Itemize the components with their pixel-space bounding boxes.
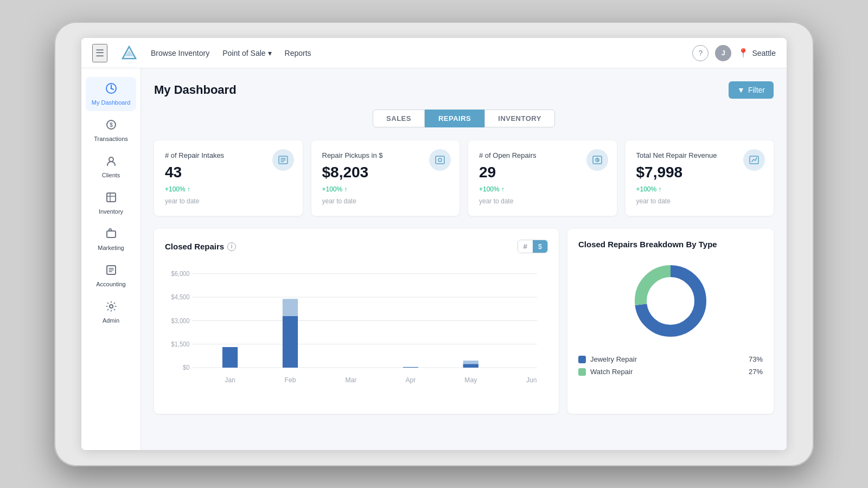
stat-ytd-1: year to date bbox=[322, 197, 449, 205]
svg-text:Feb: Feb bbox=[285, 376, 296, 384]
svg-text:Apr: Apr bbox=[405, 376, 416, 384]
toggle-hash-button[interactable]: # bbox=[518, 240, 533, 253]
tab-inventory[interactable]: INVENTORY bbox=[484, 110, 555, 127]
toggle-dollar-button[interactable]: $ bbox=[533, 240, 547, 253]
breakdown-title: Closed Repairs Breakdown By Type bbox=[578, 240, 763, 249]
svg-text:Jun: Jun bbox=[526, 376, 537, 384]
sidebar-item-accounting-label: Accounting bbox=[96, 281, 125, 287]
svg-rect-27 bbox=[222, 347, 238, 368]
info-icon[interactable]: i bbox=[227, 242, 236, 251]
stat-ytd-2: year to date bbox=[479, 197, 606, 205]
main-layout: My Dashboard $ Transactions bbox=[81, 68, 787, 450]
jewelry-pct: 73% bbox=[749, 355, 763, 363]
user-avatar[interactable]: J bbox=[715, 45, 731, 61]
bar-chart: $6,000 $4,500 $3,000 $1,500 $0 bbox=[165, 262, 548, 403]
chart-header: Closed Repairs i # $ bbox=[165, 240, 548, 253]
svg-text:$: $ bbox=[110, 122, 113, 128]
stat-icon-bg-3 bbox=[743, 149, 765, 171]
sidebar: My Dashboard $ Transactions bbox=[81, 68, 141, 450]
sidebar-item-dashboard[interactable]: My Dashboard bbox=[86, 77, 136, 111]
admin-icon bbox=[105, 300, 117, 315]
stat-value-2: 29 bbox=[479, 164, 606, 181]
stat-icon-bg-2 bbox=[586, 149, 608, 171]
browse-inventory-link[interactable]: Browse Inventory bbox=[151, 49, 209, 57]
svg-rect-29 bbox=[283, 299, 298, 316]
watch-pct: 27% bbox=[749, 368, 763, 376]
stat-change-0: +100% ↑ bbox=[165, 185, 292, 193]
svg-point-6 bbox=[109, 157, 113, 162]
dashboard-icon bbox=[105, 82, 117, 97]
tab-sales[interactable]: SALES bbox=[373, 110, 425, 127]
app-container: ☰ Browse Inventory Point of Sale ▾ Repor… bbox=[81, 38, 787, 450]
stat-change-2: +100% ↑ bbox=[479, 185, 606, 193]
location-label: Seattle bbox=[752, 49, 776, 57]
stats-row: # of Repair Intakes 43 +100% ↑ year to d… bbox=[154, 140, 774, 216]
main-content: My Dashboard ▼ Filter SALES REPAIRS INVE… bbox=[141, 68, 787, 450]
location-pin-icon: 📍 bbox=[738, 48, 749, 58]
sidebar-item-transactions[interactable]: $ Transactions bbox=[86, 113, 136, 147]
help-button[interactable]: ? bbox=[692, 45, 709, 61]
transactions-icon: $ bbox=[105, 119, 117, 133]
stat-icon-bg-0 bbox=[272, 149, 294, 171]
sidebar-item-inventory[interactable]: Inventory bbox=[86, 186, 136, 220]
sidebar-item-admin[interactable]: Admin bbox=[86, 295, 136, 329]
svg-text:Jan: Jan bbox=[225, 376, 235, 384]
tab-group: SALES REPAIRS INVENTORY bbox=[154, 110, 774, 127]
jewelry-dot bbox=[578, 356, 586, 363]
stat-ytd-0: year to date bbox=[165, 197, 292, 205]
charts-row: Closed Repairs i # $ bbox=[154, 229, 774, 414]
marketing-icon bbox=[105, 228, 117, 242]
legend-jewelry: Jewelry Repair 73% bbox=[578, 355, 763, 363]
location-button[interactable]: 📍 Seattle bbox=[738, 48, 776, 58]
nav-right: ? J 📍 Seattle bbox=[692, 45, 776, 61]
stat-card-repair-pickups: Repair Pickups in $ $8,203 +100% ↑ year … bbox=[311, 140, 460, 216]
svg-rect-32 bbox=[463, 364, 478, 368]
svg-text:$3,000: $3,000 bbox=[171, 317, 189, 324]
sidebar-item-inventory-label: Inventory bbox=[99, 208, 123, 215]
chart-toggle: # $ bbox=[518, 240, 548, 253]
point-of-sale-link[interactable]: Point of Sale ▾ bbox=[222, 49, 271, 57]
donut-chart bbox=[627, 258, 714, 344]
svg-text:Mar: Mar bbox=[346, 376, 357, 384]
stat-change-1: +100% ↑ bbox=[322, 185, 449, 193]
svg-point-13 bbox=[438, 158, 442, 162]
filter-icon: ▼ bbox=[737, 86, 745, 94]
clients-icon bbox=[105, 155, 117, 170]
sidebar-item-marketing[interactable]: Marketing bbox=[86, 222, 136, 256]
stat-value-1: $8,203 bbox=[322, 164, 449, 181]
svg-rect-8 bbox=[107, 231, 116, 237]
svg-rect-30 bbox=[403, 367, 418, 368]
inventory-icon bbox=[105, 191, 117, 206]
sidebar-item-accounting[interactable]: Accounting bbox=[86, 259, 136, 293]
hamburger-button[interactable]: ☰ bbox=[92, 44, 107, 62]
svg-point-3 bbox=[110, 88, 112, 89]
app-logo bbox=[120, 44, 138, 62]
content-header: My Dashboard ▼ Filter bbox=[154, 81, 774, 99]
nav-links: Browse Inventory Point of Sale ▾ Reports bbox=[151, 49, 679, 57]
donut-section: Jewelry Repair 73% Watch Repair bbox=[578, 258, 763, 376]
sidebar-item-marketing-label: Marketing bbox=[98, 245, 124, 251]
svg-rect-7 bbox=[107, 193, 116, 202]
stat-card-open-repairs: # of Open Repairs 29 +100% ↑ year to dat… bbox=[468, 140, 617, 216]
reports-link[interactable]: Reports bbox=[285, 49, 311, 57]
svg-rect-28 bbox=[283, 316, 298, 368]
sidebar-item-transactions-label: Transactions bbox=[94, 136, 128, 142]
breakdown-chart-card: Closed Repairs Breakdown By Type bbox=[567, 229, 774, 414]
sidebar-item-clients[interactable]: Clients bbox=[86, 150, 136, 184]
svg-text:May: May bbox=[464, 376, 477, 384]
stat-change-3: +100% ↑ bbox=[636, 185, 763, 193]
stat-icon-bg-1 bbox=[429, 149, 451, 171]
closed-repairs-title: Closed Repairs i bbox=[165, 242, 236, 251]
donut-legend: Jewelry Repair 73% Watch Repair bbox=[578, 355, 763, 376]
stat-card-net-revenue: Total Net Repair Revenue $7,998 +100% ↑ … bbox=[626, 140, 774, 216]
svg-text:$1,500: $1,500 bbox=[171, 341, 189, 348]
closed-repairs-chart-card: Closed Repairs i # $ bbox=[154, 229, 559, 414]
tablet-frame: ☰ Browse Inventory Point of Sale ▾ Repor… bbox=[54, 22, 814, 466]
sidebar-item-clients-label: Clients bbox=[102, 172, 120, 178]
tab-repairs[interactable]: REPAIRS bbox=[425, 110, 484, 127]
filter-button[interactable]: ▼ Filter bbox=[729, 81, 774, 99]
watch-dot bbox=[578, 368, 586, 376]
stat-value-0: 43 bbox=[165, 164, 292, 181]
legend-watch: Watch Repair 27% bbox=[578, 368, 763, 376]
svg-point-10 bbox=[110, 305, 113, 308]
